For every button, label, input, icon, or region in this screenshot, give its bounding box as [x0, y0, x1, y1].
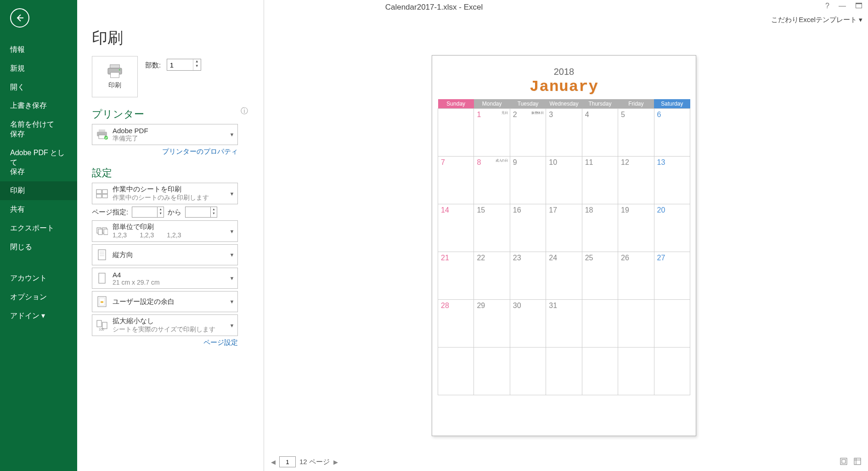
menu-item[interactable]: 新規 — [0, 59, 77, 78]
window-title: Calendar2017-1.xlsx - Excel — [385, 3, 483, 12]
calendar-cell: 20 — [654, 204, 690, 252]
svg-rect-16 — [98, 250, 106, 260]
calendar-cell — [582, 300, 618, 348]
calendar-cell — [618, 348, 654, 395]
zoom-to-page-button[interactable] — [840, 457, 848, 467]
calendar-cell: 11 — [582, 157, 618, 204]
page-to-up[interactable]: ▲ — [211, 207, 217, 211]
calendar-cell: 29 — [474, 300, 510, 348]
menu-item[interactable]: 閉じる — [0, 238, 77, 257]
page-title: 印刷 — [92, 28, 248, 49]
page-to-down[interactable]: ▼ — [211, 211, 217, 215]
printer-dropdown[interactable]: Adobe PDF 準備完了 ▼ — [92, 124, 238, 145]
menu-item[interactable]: アドイン ▾ — [0, 307, 77, 325]
calendar-cell: 16 — [510, 204, 546, 252]
menu-item[interactable]: 上書き保存 — [0, 96, 77, 115]
svg-rect-27 — [840, 458, 847, 465]
menu-item[interactable]: エクスポート — [0, 219, 77, 238]
calendar-cell: 30 — [510, 300, 546, 348]
calendar-cell: 19 — [618, 204, 654, 252]
back-button[interactable] — [10, 8, 29, 28]
help-button[interactable]: ? — [825, 2, 829, 10]
prev-page-button[interactable]: ◀ — [271, 459, 276, 465]
calendar-cell: 18 — [582, 204, 618, 252]
copies-down[interactable]: ▼ — [193, 64, 201, 68]
collate-icon — [92, 226, 112, 237]
calendar-cell: 25 — [582, 252, 618, 300]
menu-item[interactable]: 開く — [0, 78, 77, 97]
calendar-cell — [654, 348, 690, 395]
copies-input[interactable] — [167, 59, 193, 70]
svg-rect-23 — [101, 301, 103, 303]
ribbon-tab-custom[interactable]: こだわりExcelテンプレート ▾ — [771, 16, 862, 24]
chevron-down-icon: ▼ — [226, 323, 237, 328]
scaling-icon: 100 — [92, 320, 112, 331]
page-total: 12 ページ — [299, 458, 330, 466]
chevron-down-icon: ▼ — [226, 252, 237, 258]
chevron-down-icon: ▼ — [226, 275, 237, 281]
print-scope-dropdown[interactable]: 作業中のシートを印刷 作業中のシートのみを印刷します ▼ — [92, 183, 238, 204]
preview-page: 2018 January SundayMondayTuesdayWednesda… — [432, 55, 696, 436]
menu-item[interactable]: 印刷 — [0, 181, 77, 200]
menu-item[interactable]: アカウント — [0, 269, 77, 288]
margins-icon — [92, 296, 112, 308]
chevron-down-icon: ▼ — [226, 299, 237, 304]
menu-item[interactable]: Adobe PDF として 保存 — [0, 144, 77, 181]
minimize-button[interactable]: — — [839, 2, 846, 10]
holiday-label: 元日 — [502, 111, 508, 115]
svg-rect-20 — [99, 273, 105, 283]
svg-rect-29 — [854, 458, 861, 465]
chevron-down-icon: ▼ — [226, 229, 237, 234]
svg-rect-15 — [104, 229, 108, 235]
sheets-icon — [92, 189, 112, 198]
calendar-cell: 7 — [438, 157, 474, 204]
margins-dropdown[interactable]: ユーザー設定の余白 ▼ — [92, 291, 238, 312]
calendar-day-header: Monday — [474, 99, 510, 109]
page-number-input[interactable] — [279, 456, 296, 467]
window-controls: ? — 🗖 — [825, 2, 862, 10]
page-from-up[interactable]: ▲ — [158, 207, 163, 211]
menu-item[interactable]: オプション — [0, 288, 77, 307]
svg-point-2 — [119, 69, 120, 71]
printer-properties-link[interactable]: プリンターのプロパティ — [92, 147, 238, 156]
scaling-dropdown[interactable]: 100 拡大縮小なし シートを実際のサイズで印刷します ▼ — [92, 314, 238, 336]
calendar-cell: 9 — [510, 157, 546, 204]
calendar-cell — [618, 300, 654, 348]
print-settings-pane: 印刷 印刷 部数: ▲ ▼ プリンター ⓘ — [92, 28, 248, 351]
print-button[interactable]: 印刷 — [92, 56, 138, 97]
svg-rect-9 — [102, 190, 107, 194]
calendar-day-header: Friday — [618, 99, 654, 109]
next-page-button[interactable]: ▶ — [333, 459, 338, 465]
menu-item[interactable]: 共有 — [0, 200, 77, 219]
menu-item[interactable]: 名前を付けて 保存 — [0, 115, 77, 144]
backstage-sidebar: 情報新規開く上書き保存名前を付けて 保存Adobe PDF として 保存印刷共有… — [0, 0, 77, 471]
page-to-input[interactable] — [185, 207, 211, 218]
calendar-day-header: Wednesday — [546, 99, 582, 109]
svg-rect-11 — [102, 194, 107, 198]
menu-item[interactable]: 情報 — [0, 40, 77, 59]
papersize-dropdown[interactable]: A4 21 cm x 29.7 cm ▼ — [92, 268, 238, 289]
preview-page-nav: ◀ 12 ページ ▶ — [271, 456, 338, 467]
page-setup-link[interactable]: ページ設定 — [92, 338, 238, 347]
orientation-dropdown[interactable]: 縦方向 ▼ — [92, 244, 238, 265]
show-margins-button[interactable] — [853, 457, 862, 467]
calendar-cell: 8成人の日 — [474, 157, 510, 204]
calendar-day-header: Thursday — [582, 99, 618, 109]
restore-button[interactable]: 🗖 — [855, 2, 862, 10]
calendar-cell: 12 — [618, 157, 654, 204]
calendar-cell — [582, 348, 618, 395]
collate-dropdown[interactable]: 部単位で印刷 1,2,3 1,2,3 1,2,3 ▼ — [92, 220, 238, 242]
svg-rect-0 — [110, 65, 120, 68]
calendar-cell: 28 — [438, 300, 474, 348]
svg-rect-24 — [97, 320, 101, 327]
page-from-input[interactable] — [132, 207, 158, 218]
calendar-cell: 3 — [546, 109, 582, 157]
info-icon[interactable]: ⓘ — [241, 107, 248, 116]
calendar-cell — [546, 348, 582, 395]
page-from-down[interactable]: ▼ — [158, 211, 163, 215]
holiday-label: 成人の日 — [496, 158, 508, 163]
page-range-to-label: から — [168, 208, 181, 217]
zoom-controls — [840, 457, 862, 467]
copies-up[interactable]: ▲ — [193, 59, 201, 64]
svg-point-7 — [104, 136, 108, 140]
